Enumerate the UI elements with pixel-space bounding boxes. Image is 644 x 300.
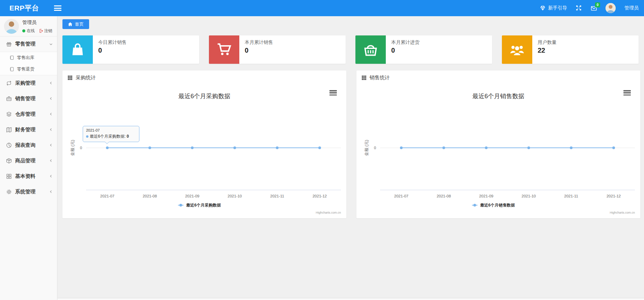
chevron-left-icon [49, 81, 53, 85]
stat-title: 本月累计进货 [391, 39, 420, 46]
stat-value: 0 [245, 47, 273, 54]
sidebar-item-basic-data[interactable]: 基本资料 [0, 168, 57, 184]
sidebar-item-system[interactable]: 系统管理 [0, 184, 57, 199]
bag-icon [62, 35, 93, 64]
briefcase-icon [6, 96, 12, 102]
stat-card-user-count: 用户数量 22 [502, 35, 639, 64]
tab-home[interactable]: 首页 [62, 19, 89, 29]
sidebar: 管理员 在线 注销 零售管理 零售出库 零售退货 [0, 16, 57, 300]
chart-menu-icon[interactable] [329, 90, 337, 96]
menu-toggle-icon[interactable] [54, 5, 61, 11]
online-status-dot [22, 29, 25, 32]
guide-label: 新手引导 [548, 5, 567, 11]
svg-text:2021-12: 2021-12 [313, 194, 327, 198]
chevron-down-icon [49, 42, 53, 46]
sidebar-item-reports[interactable]: 报表查询 [0, 137, 57, 153]
sidebar-item-retail-return[interactable]: 零售退货 [0, 63, 57, 75]
purchase-chart: 最近6个月采购数据金额 (元)02021-072021-082021-09202… [62, 85, 346, 218]
purchase-stats-panel: 采购统计 最近6个月采购数据金额 (元)02021-072021-082021-… [62, 71, 346, 218]
svg-text:Highcharts.com.cn: Highcharts.com.cn [316, 211, 341, 214]
sidebar-item-purchase[interactable]: 采购管理 [0, 75, 57, 91]
sidebar-item-retail[interactable]: 零售管理 [0, 36, 57, 52]
guide-link[interactable]: 新手引导 [540, 5, 567, 11]
gift-icon [6, 41, 12, 47]
journal-icon [9, 55, 14, 60]
stat-cards-row: 今日累计销售 0 本月累计销售 0 本月累计进货 0 [62, 35, 639, 64]
panel-title: 销售统计 [370, 75, 390, 81]
top-navbar: ERP平台 新手引导 0 管理员 [0, 0, 644, 16]
gear-icon [6, 189, 12, 195]
stat-title: 本月累计销售 [245, 39, 273, 46]
panel-title: 采购统计 [76, 75, 96, 81]
svg-text:0: 0 [374, 146, 376, 150]
user-avatar[interactable] [606, 3, 616, 13]
svg-text:最近6个月销售数据: 最近6个月销售数据 [472, 93, 524, 100]
mail-badge: 0 [595, 2, 600, 7]
svg-text:金额 (元): 金额 (元) [364, 140, 369, 156]
box-icon [6, 158, 12, 164]
svg-text:2021-10: 2021-10 [227, 194, 242, 198]
stat-value: 0 [391, 47, 420, 54]
sales-stats-panel: 销售统计 最近6个月销售数据金额 (元)02021-072021-082021-… [356, 71, 640, 218]
grid-dots-icon [361, 75, 367, 80]
sidebar-item-warehouse[interactable]: 仓库管理 [0, 106, 57, 122]
stat-title: 今日累计销售 [98, 39, 127, 46]
tab-home-label: 首页 [75, 21, 84, 27]
profile-name: 管理员 [22, 20, 52, 26]
profile-avatar[interactable] [4, 19, 19, 34]
stat-card-month-sales: 本月累计销售 0 [209, 35, 346, 64]
main-content: 首页 今日累计销售 0 本月累计销售 0 本月累 [57, 16, 644, 300]
sidebar-item-products[interactable]: 商品管理 [0, 153, 57, 168]
stat-card-month-purchase: 本月累计进货 0 [355, 35, 492, 64]
logout-link[interactable]: 注销 [39, 28, 52, 34]
logout-icon [39, 29, 43, 33]
svg-text:最近6个月销售数据: 最近6个月销售数据 [480, 203, 515, 208]
app-logo: ERP平台 [0, 3, 39, 13]
retail-submenu: 零售出库 零售退货 [0, 52, 57, 75]
logout-label: 注销 [44, 28, 52, 34]
svg-text:2021-11: 2021-11 [270, 194, 284, 198]
svg-text:2021-11: 2021-11 [564, 194, 578, 198]
chart-menu-icon[interactable] [623, 90, 631, 96]
svg-text:2021-07: 2021-07 [394, 194, 408, 198]
sidebar-item-sales[interactable]: 销售管理 [0, 91, 57, 106]
chevron-left-icon [49, 174, 53, 178]
home-icon [68, 22, 73, 27]
chevron-left-icon [49, 112, 53, 116]
svg-text:金额 (元): 金额 (元) [70, 140, 75, 156]
layers-icon [6, 111, 12, 117]
sidebar-menu: 零售管理 零售出库 零售退货 采购管理 销售管理 仓库管理 [0, 36, 57, 199]
fullscreen-icon[interactable] [576, 5, 582, 11]
svg-text:Highcharts.com.cn: Highcharts.com.cn [610, 211, 635, 214]
profile-block: 管理员 在线 注销 [0, 16, 57, 36]
sidebar-item-retail-outbound[interactable]: 零售出库 [0, 52, 57, 63]
chevron-left-icon [49, 143, 53, 147]
grid-dots-icon [68, 75, 73, 80]
stat-value: 22 [538, 47, 557, 54]
stat-card-today-sales: 今日累计销售 0 [62, 35, 199, 64]
series-dot [86, 135, 88, 138]
stat-title: 用户数量 [538, 39, 557, 46]
sales-chart: 最近6个月销售数据金额 (元)02021-072021-082021-09202… [356, 85, 640, 218]
svg-text:最近6个月采购数据: 最近6个月采购数据 [186, 203, 221, 208]
svg-text:最近6个月采购数据: 最近6个月采购数据 [178, 93, 230, 100]
grid-icon [6, 173, 12, 179]
mail-icon[interactable]: 0 [591, 5, 597, 11]
chevron-left-icon [49, 97, 53, 101]
basket-icon [355, 35, 386, 64]
chevron-left-icon [49, 128, 53, 132]
svg-text:2021-08: 2021-08 [437, 194, 451, 198]
navbar-username[interactable]: 管理员 [624, 5, 639, 11]
gem-icon [540, 5, 546, 11]
sidebar-item-finance[interactable]: 财务管理 [0, 122, 57, 137]
repeat-icon [6, 80, 12, 86]
chevron-left-icon [49, 190, 53, 194]
tooltip-series-label: 最近6个月采购数据: 0 [90, 134, 129, 139]
svg-text:2021-07: 2021-07 [100, 194, 114, 198]
chart-tooltip: 2021-07 最近6个月采购数据: 0 [83, 126, 139, 142]
svg-text:2021-09: 2021-09 [479, 194, 493, 198]
pie-chart-icon [6, 142, 12, 148]
stat-value: 0 [98, 47, 127, 54]
users-icon [502, 35, 532, 64]
online-status-label: 在线 [27, 28, 35, 34]
